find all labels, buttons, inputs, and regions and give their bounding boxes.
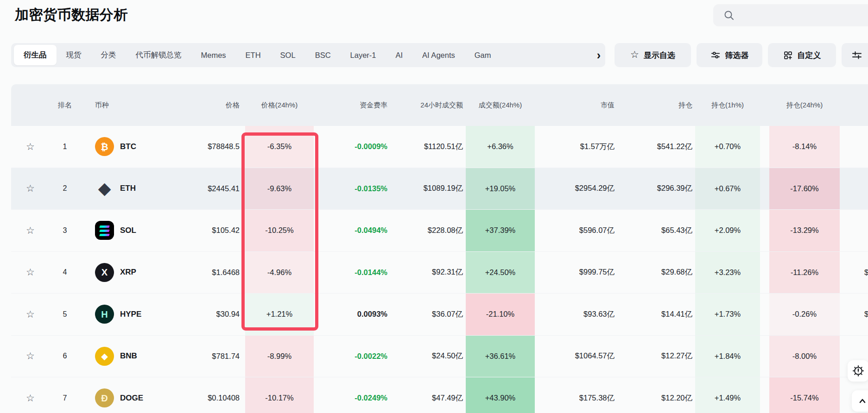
- market-cap-cell: $2954.29亿: [535, 168, 615, 210]
- market-cap-cell: $999.75亿: [535, 252, 615, 294]
- chevron-up-icon: [857, 395, 868, 407]
- tab-代币解锁总览[interactable]: 代币解锁总览: [126, 45, 191, 65]
- tab-分类[interactable]: 分类: [91, 45, 126, 65]
- filter-button[interactable]: 筛选器: [697, 43, 762, 67]
- next-column-partial: [860, 168, 868, 210]
- page-title: 加密货币数据分析: [15, 6, 128, 25]
- open-interest-1h-cell: +2.09%: [695, 210, 760, 251]
- open-interest-1h-cell: +0.70%: [695, 126, 760, 168]
- price-24h-cell: -8.99%: [245, 336, 314, 377]
- funding-rate-cell: -0.0135%: [314, 168, 387, 210]
- customize-button[interactable]: 自定义: [768, 43, 836, 67]
- hype-coin-icon: H: [95, 305, 114, 324]
- price-cell: $781.74: [165, 336, 240, 377]
- volume-24h-pct-cell: -21.10%: [466, 294, 535, 335]
- table-row-sol[interactable]: ☆3SOL$105.42-10.25%-0.0494%$228.08亿+37.3…: [11, 210, 868, 252]
- column-header-open-interest-1h[interactable]: 持仓(1h%): [695, 101, 760, 110]
- price-cell: $78848.5: [165, 126, 240, 168]
- tab-sol[interactable]: SOL: [271, 45, 305, 65]
- tab-现货[interactable]: 现货: [57, 45, 91, 65]
- tab-layer-1[interactable]: Layer-1: [341, 45, 386, 65]
- table-row-btc[interactable]: ☆1₿BTC$78848.5-6.35%-0.0009%$1120.51亿+6.…: [11, 126, 868, 168]
- next-column-partial: [860, 210, 868, 251]
- column-header-price[interactable]: 价格: [165, 101, 240, 110]
- favorite-star-icon[interactable]: ☆: [17, 294, 44, 335]
- table-row-hype[interactable]: ☆5HHYPE$30.94+1.21%0.0093%$36.07亿-21.10%…: [11, 294, 868, 336]
- column-header-volume-24h[interactable]: 24小时成交额: [387, 101, 466, 110]
- volume-24h-pct-cell: +19.05%: [466, 168, 535, 210]
- open-interest-cell: $65.43亿: [615, 210, 692, 251]
- volume-24h-pct-cell: +37.39%: [466, 210, 535, 251]
- price-cell: $1.6468: [165, 252, 240, 294]
- search-icon: [723, 10, 735, 21]
- tab-ai[interactable]: AI: [386, 45, 413, 65]
- table-row-eth[interactable]: ☆2◆ETH$2445.41-9.63%-0.0135%$1089.19亿+19…: [11, 168, 868, 210]
- market-cap-cell: $93.63亿: [535, 294, 615, 335]
- favorite-star-icon[interactable]: ☆: [17, 377, 44, 413]
- open-interest-24h-cell: -15.74%: [769, 377, 840, 413]
- column-header-open-interest-24h[interactable]: 持仓(24h%): [769, 101, 840, 110]
- open-interest-cell: $14.41亿: [615, 294, 692, 335]
- volume-24h-pct-cell: +24.50%: [466, 252, 535, 294]
- price-cell: $0.10408: [165, 377, 240, 413]
- volume-24h-pct-cell: +36.61%: [466, 336, 535, 377]
- settings-button[interactable]: [848, 360, 868, 382]
- funding-rate-cell: -0.0144%: [314, 252, 387, 294]
- rank-cell: 2: [44, 168, 86, 210]
- volume-24h-cell: $228.08亿: [387, 210, 466, 251]
- tab-ai-agents[interactable]: AI Agents: [412, 45, 465, 65]
- price-24h-cell: +1.21%: [245, 294, 314, 335]
- column-header-funding-rate[interactable]: 资金费率: [314, 101, 387, 110]
- funding-rate-cell: -0.0249%: [314, 377, 387, 413]
- column-header-volume-24h-pct[interactable]: 成交额(24h%): [466, 101, 535, 110]
- row-density-button[interactable]: [842, 43, 868, 67]
- column-header-price-24h[interactable]: 价格(24h%): [245, 101, 314, 110]
- open-interest-24h-cell: -17.60%: [769, 168, 840, 210]
- table-body: ☆1₿BTC$78848.5-6.35%-0.0009%$1120.51亿+6.…: [11, 126, 868, 413]
- table-row-bnb[interactable]: ☆6◆BNB$781.74-8.99%-0.0022%$24.50亿+36.61…: [11, 336, 868, 378]
- column-header-rank[interactable]: 排名: [44, 101, 86, 110]
- column-header-coin[interactable]: 币种: [86, 101, 165, 110]
- tab-bar: › 衍生品现货分类代币解锁总览MemesETHSOLBSCLayer-1AIAI…: [11, 43, 605, 67]
- show-favorites-button[interactable]: ☆ 显示自选: [615, 43, 691, 67]
- open-interest-cell: $12.20亿: [615, 377, 692, 413]
- favorite-star-icon[interactable]: ☆: [17, 126, 44, 168]
- column-header-open-interest[interactable]: 持仓: [615, 101, 692, 110]
- tab-overflow-chevron-icon[interactable]: ›: [576, 43, 605, 67]
- market-cap-cell: $1064.57亿: [535, 336, 615, 377]
- table-row-xrp[interactable]: ☆4XXRP$1.6468-4.96%-0.0144%$92.31亿+24.50…: [11, 252, 868, 294]
- rank-cell: 4: [44, 252, 86, 294]
- tab-eth[interactable]: ETH: [236, 45, 271, 65]
- open-interest-1h-cell: +1.73%: [695, 294, 760, 335]
- table-row-doge[interactable]: ☆7ÐDOGE$0.10408-10.17%-0.0249%$47.49亿+43…: [11, 377, 868, 413]
- favorite-star-icon[interactable]: ☆: [17, 168, 44, 210]
- open-interest-cell: $29.68亿: [615, 252, 692, 294]
- coin-symbol: BNB: [120, 351, 137, 361]
- funding-rate-cell: -0.0494%: [314, 210, 387, 251]
- open-interest-24h-cell: -8.14%: [769, 126, 840, 168]
- favorite-star-icon[interactable]: ☆: [17, 336, 44, 377]
- filter-label: 筛选器: [725, 50, 749, 61]
- tab-衍生品[interactable]: 衍生品: [14, 45, 57, 65]
- favorite-star-icon[interactable]: ☆: [17, 210, 44, 251]
- favorite-star-icon[interactable]: ☆: [17, 252, 44, 294]
- sol-coin-icon: [95, 221, 114, 240]
- tab-gam[interactable]: Gam: [465, 45, 501, 65]
- funding-rate-cell: -0.0022%: [314, 336, 387, 377]
- coin-symbol: SOL: [120, 226, 136, 235]
- back-to-top-button[interactable]: [852, 390, 868, 412]
- column-header-market-cap[interactable]: 市值: [535, 101, 615, 110]
- volume-24h-pct-cell: +6.36%: [466, 126, 535, 168]
- market-cap-cell: $1.57万亿: [535, 126, 615, 168]
- rank-cell: 6: [44, 336, 86, 377]
- rank-cell: 1: [44, 126, 86, 168]
- tab-memes[interactable]: Memes: [191, 45, 236, 65]
- tab-bsc[interactable]: BSC: [305, 45, 341, 65]
- open-interest-1h-cell: +3.23%: [695, 252, 760, 294]
- coin-cell: ÐDOGE: [86, 377, 165, 413]
- open-interest-cell: $12.27亿: [615, 336, 692, 377]
- search-input[interactable]: [713, 4, 868, 26]
- customize-label: 自定义: [798, 50, 821, 61]
- open-interest-cell: $541.22亿: [615, 126, 692, 168]
- coin-symbol: ETH: [120, 184, 136, 193]
